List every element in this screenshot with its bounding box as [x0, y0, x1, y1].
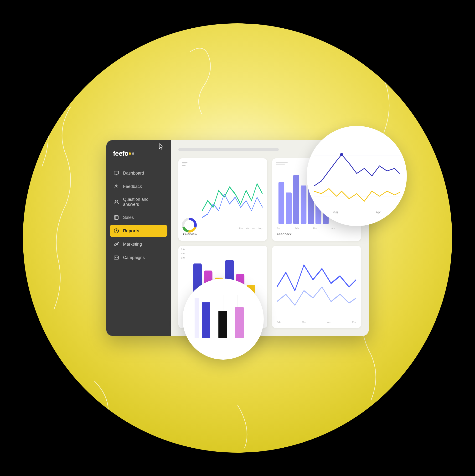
sidebar-label-marketing: Marketing [123, 242, 142, 247]
products-y-labels: 3.0k 2.0k 1.0k [181, 248, 185, 259]
feedback-label: Feedback [277, 232, 356, 236]
feedback-x-labels: Jan Feb Mar Apr [277, 227, 356, 229]
svg-point-6 [117, 201, 118, 202]
app-window: feefo Dashboard [106, 140, 369, 336]
sidebar-label-campaigns: Campaigns [123, 255, 145, 260]
sidebar-item-dashboard[interactable]: Dashboard [110, 167, 167, 179]
monitor-icon [114, 170, 119, 176]
svg-rect-20 [301, 186, 306, 224]
svg-rect-0 [114, 171, 119, 174]
trends-label-mar: Mar [302, 321, 306, 323]
svg-rect-35 [235, 307, 244, 338]
cursor [159, 143, 164, 151]
logo-dot-yellow [129, 153, 131, 155]
outer-background: feefo Dashboard [23, 23, 452, 453]
svg-point-42 [340, 153, 343, 156]
sales-icon [114, 215, 119, 220]
nav-items: Dashboard Feedback [106, 167, 171, 264]
sidebar-item-sales[interactable]: Sales [110, 211, 167, 224]
sidebar-item-reports[interactable]: Reports [110, 225, 167, 237]
svg-rect-17 [278, 182, 284, 224]
svg-rect-7 [115, 216, 119, 220]
svg-rect-33 [202, 302, 210, 338]
reports-icon [114, 228, 119, 234]
x-label-may: May [258, 227, 263, 229]
search-bar[interactable] [178, 148, 279, 151]
svg-rect-34 [219, 311, 227, 338]
text-line-2 [276, 164, 285, 165]
x-label-apr: Apr [252, 227, 256, 229]
sidebar-item-campaigns[interactable]: Campaigns [110, 251, 167, 264]
svg-rect-11 [114, 256, 119, 259]
sidebar-item-questions[interactable]: Question and answers [110, 194, 167, 210]
sidebar: feefo Dashboard [106, 140, 171, 336]
feedback-icon [114, 184, 119, 189]
sidebar-item-feedback[interactable]: Feedback [110, 180, 167, 193]
svg-rect-36 [195, 298, 199, 338]
users-icon [114, 199, 119, 205]
campaigns-icon [114, 255, 119, 260]
svg-rect-19 [293, 175, 299, 224]
logo: feefo [106, 150, 171, 167]
trends-label-may: May [352, 321, 356, 323]
zoom-grid-svg [314, 133, 400, 219]
trends-label-feb: Feb [277, 321, 281, 323]
zoom-line-chart-content: Mar Apr [314, 133, 400, 219]
sidebar-item-marketing[interactable]: Marketing [110, 238, 167, 250]
zoom-circle-line: Mar Apr [307, 126, 407, 226]
svg-point-5 [115, 201, 117, 202]
sidebar-label-dashboard: Dashboard [123, 171, 144, 176]
sidebar-label-feedback: Feedback [123, 184, 142, 189]
trends-label-apr: Apr [327, 321, 331, 323]
logo-dots [129, 153, 134, 155]
trends-card: Feb Mar Apr May [272, 246, 361, 328]
svg-point-9 [116, 231, 117, 231]
overview-line-chart [183, 163, 263, 224]
logo-dot-gray [132, 153, 134, 155]
text-line-1 [276, 162, 288, 163]
brand-name: feefo [113, 150, 128, 157]
sidebar-label-reports: Reports [123, 228, 139, 234]
sidebar-label-sales: Sales [123, 215, 134, 220]
marketing-icon [114, 241, 119, 247]
zoom-circle-bar [183, 279, 264, 360]
sidebar-label-questions: Question and answers [123, 197, 164, 207]
trends-x-labels: Feb Mar Apr May [277, 321, 356, 323]
feedback-text-lines [276, 162, 288, 165]
x-label-mar: Mar [246, 227, 249, 229]
overview-card: Feb Mar Apr May Overview [178, 158, 267, 241]
x-label-feb: Feb [239, 227, 243, 229]
menu-line-1 [182, 162, 187, 163]
svg-marker-10 [159, 144, 164, 149]
svg-rect-18 [286, 192, 292, 224]
trends-line-chart [277, 250, 356, 318]
